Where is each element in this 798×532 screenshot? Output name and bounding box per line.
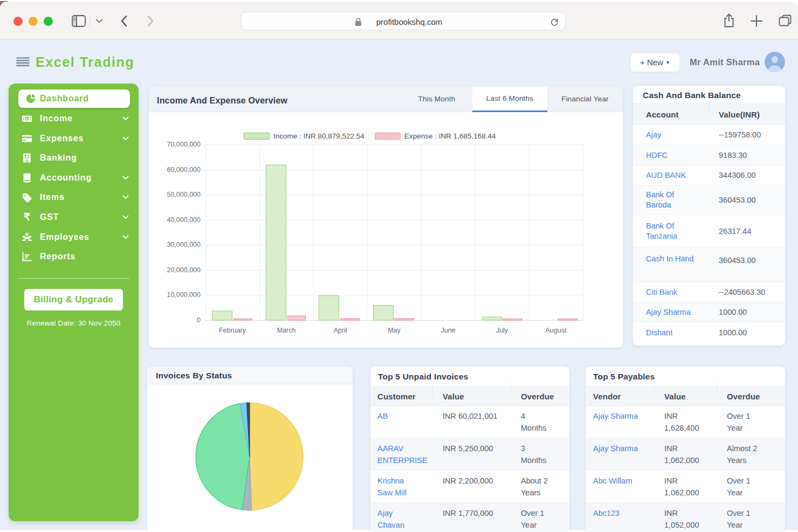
- svg-text:30,000,000: 30,000,000: [167, 241, 201, 248]
- svg-text:70,000,000: 70,000,000: [167, 141, 201, 148]
- svg-text:10,000,000: 10,000,000: [167, 291, 201, 299]
- svg-text:40,000,000: 40,000,000: [167, 216, 201, 224]
- svg-text:June: June: [441, 327, 455, 334]
- svg-text:May: May: [388, 327, 401, 334]
- svg-text:20,000,000: 20,000,000: [167, 266, 201, 274]
- svg-text:April: April: [333, 327, 347, 334]
- svg-text:March: March: [277, 327, 296, 334]
- svg-text:July: July: [496, 327, 508, 334]
- svg-text:50,000,000: 50,000,000: [167, 191, 201, 198]
- svg-text:0: 0: [197, 316, 201, 324]
- svg-text:February: February: [219, 327, 246, 334]
- svg-text:60,000,000: 60,000,000: [167, 166, 201, 174]
- svg-text:August: August: [546, 327, 567, 334]
